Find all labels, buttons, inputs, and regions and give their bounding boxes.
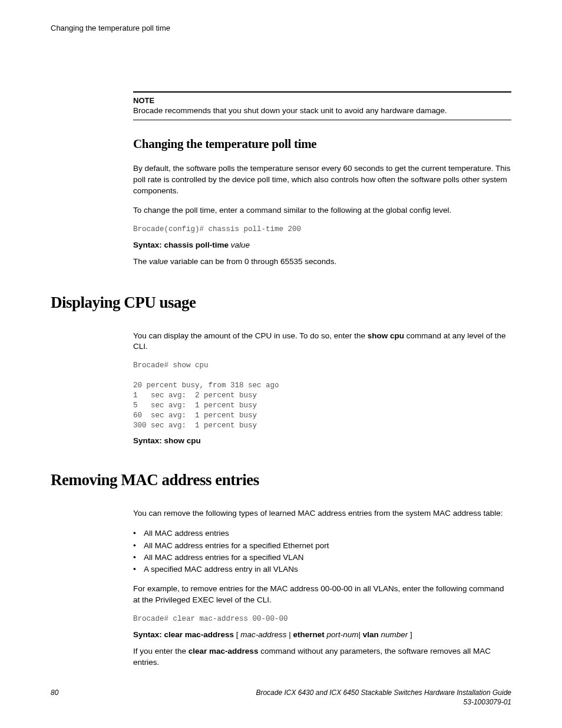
list-item: All MAC address entries for a specified … — [144, 540, 511, 552]
body-paragraph: For example, to remove entries for the M… — [133, 584, 511, 606]
note-box: NOTE Brocade recommends that you shut do… — [133, 91, 511, 120]
body-paragraph: If you enter the clear mac-address comma… — [133, 646, 511, 668]
syntax-line: Syntax: show cpu — [133, 436, 511, 445]
note-text: Brocade recommends that you shut down yo… — [133, 106, 447, 115]
section-heading-cpu-usage: Displaying CPU usage — [51, 294, 511, 312]
code-block: Brocade(config)# chassis poll-time 200 — [133, 225, 511, 235]
note-label: NOTE — [133, 96, 511, 105]
syntax-line: Syntax: chassis poll-time value — [133, 241, 511, 249]
list-item: All MAC address entries for a specified … — [144, 552, 511, 564]
list-item: All MAC address entries — [144, 528, 511, 539]
footer-doc-number: 53-1003079-01 — [256, 697, 511, 707]
body-paragraph: You can display the amount of the CPU in… — [133, 331, 511, 353]
code-block: Brocade# show cpu 20 percent busy, from … — [133, 361, 511, 430]
body-paragraph: You can remove the following types of le… — [133, 508, 511, 519]
content-area: NOTE Brocade recommends that you shut do… — [133, 91, 511, 268]
list-item: A specified MAC address entry in all VLA… — [144, 564, 511, 575]
content-area: You can remove the following types of le… — [133, 508, 511, 668]
syntax-text: Syntax: show cpu — [133, 436, 201, 445]
body-paragraph: The value variable can be from 0 through… — [133, 256, 511, 268]
section-heading-mac-entries: Removing MAC address entries — [51, 471, 511, 489]
body-paragraph: To change the poll time, enter a command… — [133, 205, 511, 216]
running-header-text: Changing the temperature poll time — [51, 24, 170, 32]
footer-right: Brocade ICX 6430 and ICX 6450 Stackable … — [256, 688, 511, 707]
syntax-line: Syntax: clear mac-address [ mac-address … — [133, 630, 511, 639]
content-area: You can display the amount of the CPU in… — [133, 331, 511, 446]
page-number: 80 — [51, 688, 58, 707]
bullet-list: All MAC address entries All MAC address … — [144, 528, 511, 575]
section-heading-poll-time: Changing the temperature poll time — [133, 137, 511, 151]
body-paragraph: By default, the software polls the tempe… — [133, 163, 511, 197]
page-footer: 80 Brocade ICX 6430 and ICX 6450 Stackab… — [51, 688, 511, 707]
syntax-variable: value — [231, 241, 250, 249]
code-block: Brocade# clear mac-address 00-00-00 — [133, 614, 511, 624]
footer-guide-title: Brocade ICX 6430 and ICX 6450 Stackable … — [256, 688, 511, 697]
running-header: Changing the temperature poll time — [51, 24, 511, 32]
syntax-prefix: Syntax: chassis poll-time — [133, 241, 231, 249]
